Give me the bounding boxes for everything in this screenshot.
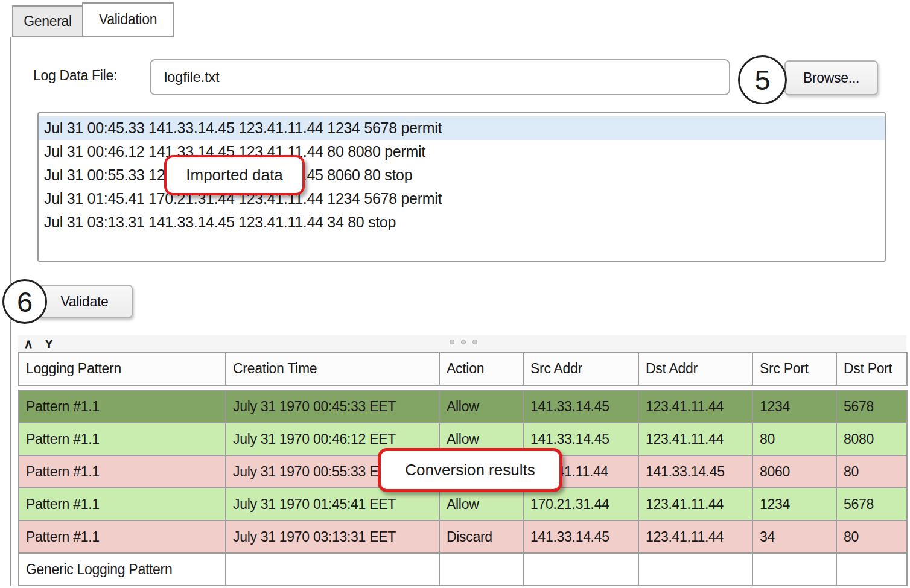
table-row[interactable]: Pattern #1.1 July 31 1970 01:45:41 EET A… xyxy=(19,488,907,520)
log-line[interactable]: Jul 31 00:45.33 141.33.14.45 123.41.11.4… xyxy=(39,116,885,140)
tab-validation[interactable]: Validation xyxy=(82,2,174,37)
log-line[interactable]: Jul 31 03:13.31 141.33.14.45 123.41.11.4… xyxy=(39,210,885,234)
table-toolbar: ∧ Y xyxy=(18,335,906,352)
browse-button[interactable]: Browse... xyxy=(784,60,878,95)
cell-creation-time[interactable]: July 31 1970 00:45:33 EET xyxy=(226,390,439,423)
column-header-creation-time[interactable]: Creation Time xyxy=(226,352,439,385)
cell-src-port[interactable]: 1234 xyxy=(752,488,836,520)
cell-src-port[interactable]: 80 xyxy=(752,423,836,455)
imported-data-callout: Imported data xyxy=(164,155,305,195)
cell-action[interactable]: Discard xyxy=(439,520,523,553)
cell-dst-port[interactable] xyxy=(836,553,907,586)
cell-logging-pattern[interactable]: Pattern #1.1 xyxy=(19,455,226,488)
cell-dst-port[interactable]: 8080 xyxy=(836,423,907,455)
cell-creation-time[interactable] xyxy=(226,553,439,586)
cell-logging-pattern[interactable]: Pattern #1.1 xyxy=(19,520,226,553)
cell-dst-addr[interactable]: 123.41.11.44 xyxy=(638,423,752,455)
column-header-logging-pattern[interactable]: Logging Pattern xyxy=(19,352,226,385)
cell-dst-port[interactable]: 5678 xyxy=(836,390,907,423)
cell-src-addr[interactable]: 170.21.31.44 xyxy=(523,488,638,520)
cell-creation-time[interactable]: July 31 1970 01:45:41 EET xyxy=(226,488,439,520)
grip-dot-icon xyxy=(472,340,477,344)
cell-dst-addr[interactable]: 141.33.14.45 xyxy=(638,455,752,488)
cell-dst-addr[interactable]: 123.41.11.44 xyxy=(638,520,752,553)
tab-general[interactable]: General xyxy=(12,5,83,37)
results-table-header: Logging Pattern Creation Time Action Src… xyxy=(18,352,908,386)
cell-logging-pattern[interactable]: Pattern #1.1 xyxy=(19,423,226,455)
cell-dst-addr[interactable]: 123.41.11.44 xyxy=(638,488,752,520)
cell-logging-pattern[interactable]: Pattern #1.1 xyxy=(19,488,226,520)
grip-dot-icon xyxy=(450,340,454,344)
move-up-icon[interactable]: ∧ xyxy=(18,337,39,350)
cell-logging-pattern[interactable]: Pattern #1.1 xyxy=(19,390,226,423)
cell-dst-addr[interactable]: 123.41.11.44 xyxy=(638,390,752,423)
cell-action[interactable] xyxy=(439,553,523,586)
cell-dst-port[interactable]: 80 xyxy=(836,520,907,553)
column-header-dst-addr[interactable]: Dst Addr xyxy=(638,352,752,385)
cell-src-port[interactable]: 1234 xyxy=(752,390,836,423)
cell-src-port[interactable] xyxy=(752,553,836,586)
column-header-dst-port[interactable]: Dst Port xyxy=(836,352,907,385)
splitter-grip-handle[interactable] xyxy=(450,340,477,344)
log-data-file-input[interactable] xyxy=(150,59,730,95)
cell-src-addr[interactable] xyxy=(523,553,638,586)
step-5-badge: 5 xyxy=(738,55,787,104)
cell-dst-port[interactable]: 5678 xyxy=(836,488,907,520)
move-down-icon[interactable]: Y xyxy=(39,337,59,350)
cell-dst-port[interactable]: 80 xyxy=(836,455,907,488)
column-header-src-addr[interactable]: Src Addr xyxy=(523,352,638,385)
step-6-badge: 6 xyxy=(2,279,47,324)
column-header-src-port[interactable]: Src Port xyxy=(752,352,836,385)
cell-src-port[interactable]: 8060 xyxy=(752,455,836,488)
cell-src-addr[interactable]: 141.33.14.45 xyxy=(523,390,638,423)
table-row[interactable]: Generic Logging Pattern xyxy=(19,553,907,586)
validate-button[interactable]: Validate xyxy=(36,285,133,318)
conversion-results-callout: Conversion results xyxy=(378,448,562,492)
cell-logging-pattern[interactable]: Generic Logging Pattern xyxy=(19,553,226,586)
cell-src-port[interactable]: 34 xyxy=(752,520,836,553)
cell-creation-time[interactable]: July 31 1970 03:13:31 EET xyxy=(226,520,439,553)
cell-action[interactable]: Allow xyxy=(439,390,523,423)
log-data-file-label: Log Data File: xyxy=(33,68,117,84)
grip-dot-icon xyxy=(461,340,466,344)
cell-dst-addr[interactable] xyxy=(638,553,752,586)
table-row[interactable]: Pattern #1.1 July 31 1970 03:13:31 EET D… xyxy=(19,520,907,553)
cell-action[interactable]: Allow xyxy=(439,488,523,520)
table-row[interactable]: Pattern #1.1 July 31 1970 00:45:33 EET A… xyxy=(19,390,907,423)
cell-src-addr[interactable]: 141.33.14.45 xyxy=(523,520,638,553)
column-header-action[interactable]: Action xyxy=(439,352,523,385)
